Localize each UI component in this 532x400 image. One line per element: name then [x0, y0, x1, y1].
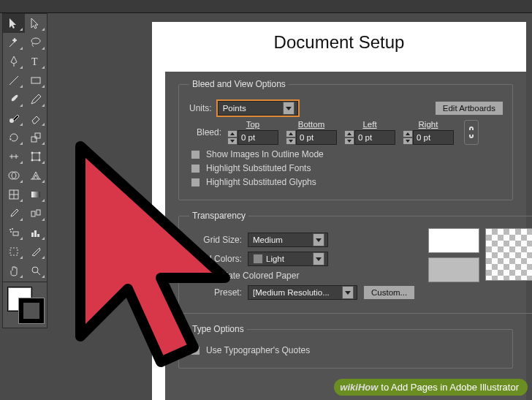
line-segment-tool[interactable] — [3, 71, 25, 90]
svg-rect-6 — [35, 133, 40, 138]
custom-button[interactable]: Custom... — [363, 285, 415, 300]
bleed-label: Bleed: — [189, 127, 221, 137]
grid-colors-label: Grid Colors: — [189, 254, 242, 264]
highlight-glyphs-checkbox[interactable]: Highlight Substituted Glyphs — [191, 177, 503, 187]
svg-point-21 — [10, 231, 12, 233]
units-label: Units: — [189, 103, 212, 113]
link-bleed-icon[interactable] — [464, 120, 479, 145]
highlight-fonts-label: Highlight Substituted Fonts — [206, 163, 311, 173]
bleed-right-input[interactable] — [403, 130, 454, 145]
bleed-legend: Bleed and View Options — [189, 79, 289, 89]
direct-selection-tool[interactable] — [25, 14, 47, 33]
units-select[interactable]: Points — [218, 101, 298, 116]
svg-rect-25 — [10, 248, 18, 255]
svg-point-19 — [10, 229, 11, 230]
grid-colors-select[interactable]: Light — [248, 252, 328, 266]
bleed-top-field[interactable] — [238, 130, 278, 145]
svg-rect-3 — [31, 78, 40, 83]
bleed-left-field[interactable] — [354, 130, 395, 145]
rectangle-tool[interactable] — [25, 71, 47, 90]
dialog-title: Document Setup — [152, 22, 526, 66]
show-images-outline-checkbox[interactable]: Show Images In Outline Mode — [191, 149, 503, 159]
edit-artboards-button[interactable]: Edit Artboards — [435, 101, 503, 116]
free-transform-tool[interactable] — [25, 147, 47, 166]
highlight-fonts-checkbox[interactable]: Highlight Substituted Fonts — [191, 163, 503, 173]
preset-select[interactable]: [Medium Resolutio... — [248, 285, 357, 300]
checkbox-checked-icon: ✓ — [191, 346, 200, 355]
svg-rect-17 — [37, 210, 40, 215]
paintbrush-tool[interactable] — [3, 90, 25, 109]
typographer-quotes-checkbox[interactable]: ✓ Use Typographer's Quotes — [191, 345, 503, 355]
mesh-tool[interactable] — [3, 185, 25, 204]
zoom-tool[interactable] — [25, 261, 47, 280]
fill-stroke-swatches[interactable] — [3, 284, 47, 328]
transparency-legend: Transparency — [189, 211, 248, 221]
simulate-paper-checkbox[interactable]: Simulate Colored Paper — [191, 271, 415, 281]
type-legend: Type Options — [189, 324, 247, 334]
grid-color-dark-swatch[interactable] — [428, 257, 479, 282]
gradient-tool[interactable] — [25, 185, 47, 204]
blob-brush-tool[interactable] — [3, 109, 25, 128]
hand-tool[interactable] — [3, 261, 25, 280]
grid-color-light-swatch[interactable] — [428, 228, 479, 253]
grid-size-label: Grid Size: — [189, 235, 242, 245]
stroke-swatch[interactable] — [19, 298, 44, 323]
eraser-tool[interactable] — [25, 109, 47, 128]
grid-size-value: Medium — [253, 235, 310, 244]
bleed-bottom-header: Bottom — [298, 120, 324, 129]
scale-tool[interactable] — [25, 128, 47, 147]
shape-builder-tool[interactable] — [3, 166, 25, 185]
bleed-bottom-input[interactable] — [286, 130, 337, 145]
chevron-down-icon — [283, 102, 294, 115]
bleed-top-input[interactable] — [227, 130, 278, 145]
units-value: Points — [223, 104, 280, 113]
lasso-tool[interactable] — [25, 33, 47, 52]
transparency-preview — [485, 228, 532, 281]
bleed-right-field[interactable] — [413, 130, 454, 145]
preset-value: [Medium Resolutio... — [253, 288, 339, 297]
selection-tool[interactable] — [3, 14, 25, 33]
svg-line-2 — [10, 76, 18, 85]
grid-colors-value: Light — [266, 254, 310, 263]
svg-point-8 — [31, 152, 34, 154]
bleed-view-section: Bleed and View Options Units: Points Edi… — [178, 79, 513, 200]
bleed-left-input[interactable] — [344, 130, 395, 145]
wikihow-watermark: wikiHow to Add Pages in Adobe Illustrato… — [334, 379, 528, 396]
svg-point-9 — [39, 152, 41, 154]
type-options-section: Type Options ✓ Use Typographer's Quotes — [178, 324, 513, 369]
perspective-grid-tool[interactable] — [25, 166, 47, 185]
bleed-left-header: Left — [362, 120, 376, 129]
svg-rect-15 — [31, 192, 40, 197]
slice-tool[interactable] — [25, 242, 47, 261]
pencil-tool[interactable] — [25, 90, 47, 109]
svg-rect-16 — [31, 211, 35, 216]
width-tool[interactable] — [3, 147, 25, 166]
chevron-down-icon — [313, 233, 324, 246]
checkbox-icon — [191, 164, 200, 173]
blend-tool[interactable] — [25, 204, 47, 223]
bleed-right-header: Right — [419, 120, 438, 129]
svg-rect-24 — [37, 234, 39, 237]
bleed-bottom-field[interactable] — [296, 130, 337, 145]
chevron-down-icon — [313, 252, 324, 265]
svg-line-27 — [37, 272, 40, 275]
show-images-outline-label: Show Images In Outline Mode — [206, 149, 324, 159]
svg-rect-7 — [32, 153, 39, 160]
document-setup-dialog: Document Setup Bleed and View Options Un… — [152, 22, 526, 400]
symbol-sprayer-tool[interactable] — [3, 223, 25, 242]
app-chrome-top — [0, 0, 532, 13]
simulate-paper-label: Simulate Colored Paper — [206, 271, 299, 281]
grid-size-select[interactable]: Medium — [248, 233, 328, 247]
column-graph-tool[interactable] — [25, 223, 47, 242]
svg-point-20 — [12, 228, 13, 230]
artboard-tool[interactable] — [3, 242, 25, 261]
highlight-glyphs-label: Highlight Substituted Glyphs — [206, 177, 316, 187]
eyedropper-tool[interactable] — [3, 204, 25, 223]
pen-tool[interactable] — [3, 52, 25, 71]
magic-wand-tool[interactable] — [3, 33, 25, 52]
type-tool[interactable]: T — [25, 52, 47, 71]
rotate-tool[interactable] — [3, 128, 25, 147]
svg-rect-23 — [34, 230, 37, 237]
transparency-section: Transparency Grid Size: Medium Grid Colo… — [178, 211, 532, 314]
svg-rect-5 — [31, 137, 37, 142]
